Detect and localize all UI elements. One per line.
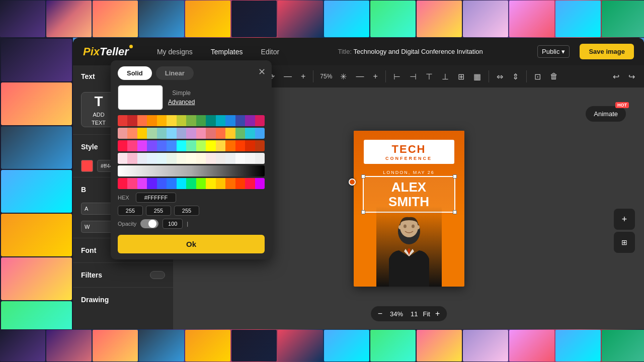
fill-color-swatch[interactable] [81, 160, 93, 172]
palette-color-cell[interactable] [235, 115, 245, 126]
palette-color-cell[interactable] [147, 140, 156, 151]
palette-color-cell[interactable] [206, 115, 215, 126]
palette-color-cell[interactable] [167, 128, 176, 139]
palette-color-cell[interactable] [196, 153, 206, 164]
palette-color-cell[interactable] [216, 178, 225, 189]
palette-color-cell[interactable] [206, 140, 215, 151]
palette-color-cell[interactable] [225, 115, 235, 126]
palette-color-cell[interactable] [147, 178, 156, 189]
palette-color-cell[interactable] [245, 178, 255, 189]
palette-color-cell[interactable] [127, 115, 137, 126]
hex-input[interactable] [136, 193, 176, 203]
align-center-btn[interactable]: ⊣ [407, 70, 420, 83]
palette-color-cell[interactable] [137, 140, 147, 151]
palette-color-cell[interactable] [245, 115, 255, 126]
modal-close-btn[interactable]: ✕ [258, 66, 266, 77]
palette-color-cell[interactable] [196, 140, 206, 151]
zoom-plus-btn[interactable]: + [435, 309, 440, 318]
filters-section-header[interactable]: Filters [73, 265, 173, 285]
palette-color-cell[interactable] [216, 128, 225, 139]
save-image-button[interactable]: Save image [580, 44, 634, 59]
palette-color-cell[interactable] [147, 153, 156, 164]
nav-my-designs[interactable]: My designs [153, 46, 197, 58]
sunburst-btn[interactable]: ✳ [337, 70, 350, 83]
palette-color-cell[interactable] [235, 140, 245, 151]
palette-color-cell[interactable] [177, 128, 186, 139]
align-right-btn[interactable]: ⊤ [423, 70, 436, 83]
palette-color-cell[interactable] [206, 153, 215, 164]
palette-color-cell[interactable] [216, 153, 225, 164]
plus-btn[interactable]: + [298, 70, 308, 83]
opacity-value-input[interactable] [163, 219, 183, 229]
palette-color-cell[interactable] [147, 115, 156, 126]
palette-color-cell[interactable] [157, 178, 167, 189]
public-dropdown[interactable]: Public ▾ [537, 45, 570, 58]
tab-advanced[interactable]: Advanced [168, 99, 195, 106]
palette-color-cell[interactable] [127, 140, 137, 151]
palette-color-cell[interactable] [118, 153, 127, 164]
palette-color-cell[interactable] [196, 128, 206, 139]
palette-color-cell[interactable] [177, 153, 186, 164]
expand-canvas-btn[interactable]: ⊞ [614, 232, 635, 253]
palette-color-cell[interactable] [255, 153, 265, 164]
palette-color-cell[interactable] [118, 140, 127, 151]
palette-color-cell[interactable] [245, 140, 255, 151]
align-top-btn[interactable]: ⊥ [439, 70, 452, 83]
palette-color-cell[interactable] [127, 128, 137, 139]
animate-button[interactable]: Animate HOT [586, 106, 626, 122]
palette-color-cell[interactable] [157, 128, 167, 139]
align-middle-btn[interactable]: ⊞ [455, 70, 467, 83]
zoom-minus-btn[interactable]: − [378, 309, 382, 318]
palette-color-cell[interactable] [186, 115, 196, 126]
g-input[interactable] [146, 206, 171, 216]
palette-color-cell[interactable] [206, 128, 215, 139]
palette-color-cell[interactable] [167, 140, 176, 151]
nav-templates[interactable]: Templates [207, 46, 247, 58]
palette-color-cell[interactable] [225, 140, 235, 151]
align-left-btn[interactable]: ⊢ [390, 70, 404, 83]
palette-color-cell[interactable] [137, 115, 147, 126]
drawing-section-header[interactable]: Drawing [73, 290, 173, 310]
minus2-btn[interactable]: — [353, 70, 367, 83]
palette-color-cell[interactable] [167, 115, 176, 126]
flip-v-btn[interactable]: ⇕ [509, 70, 522, 83]
palette-color-cell[interactable] [167, 178, 176, 189]
palette-color-cell[interactable] [196, 115, 206, 126]
r-input[interactable] [118, 206, 143, 216]
palette-color-cell[interactable] [235, 178, 245, 189]
tab-simple[interactable]: Simple [172, 89, 191, 97]
palette-color-cell[interactable] [235, 153, 245, 164]
opacity-toggle[interactable] [140, 219, 158, 228]
palette-color-cell[interactable] [177, 140, 186, 151]
minus-btn[interactable]: — [281, 70, 295, 83]
palette-color-cell[interactable] [127, 153, 137, 164]
palette-color-cell[interactable] [225, 153, 235, 164]
selection-dot[interactable] [349, 178, 356, 186]
flip-h-btn[interactable]: ⇔ [494, 70, 506, 83]
palette-color-cell[interactable] [157, 153, 167, 164]
palette-color-cell[interactable] [196, 178, 206, 189]
palette-color-cell[interactable] [157, 140, 167, 151]
tab-linear[interactable]: Linear [156, 66, 194, 80]
palette-color-cell[interactable] [177, 178, 186, 189]
palette-color-cell[interactable] [137, 153, 147, 164]
palette-color-cell[interactable] [225, 178, 235, 189]
palette-color-cell[interactable] [118, 115, 127, 126]
palette-color-cell[interactable] [255, 178, 265, 189]
palette-color-cell[interactable] [186, 178, 196, 189]
palette-color-cell[interactable] [216, 115, 225, 126]
palette-color-cell[interactable] [225, 128, 235, 139]
palette-color-cell[interactable] [245, 153, 255, 164]
palette-color-cell[interactable] [167, 153, 176, 164]
palette-color-cell[interactable] [137, 128, 147, 139]
palette-color-cell[interactable] [118, 178, 127, 189]
redo-btn[interactable]: ↪ [625, 70, 638, 83]
zoom-fit[interactable]: Fit [423, 310, 430, 318]
palette-color-cell[interactable] [137, 178, 147, 189]
palette-color-cell[interactable] [255, 128, 265, 139]
palette-color-cell[interactable] [255, 115, 265, 126]
palette-color-cell[interactable] [216, 140, 225, 151]
palette-color-cell[interactable] [177, 115, 186, 126]
palette-color-cell[interactable] [186, 153, 196, 164]
palette-color-cell[interactable] [206, 178, 215, 189]
